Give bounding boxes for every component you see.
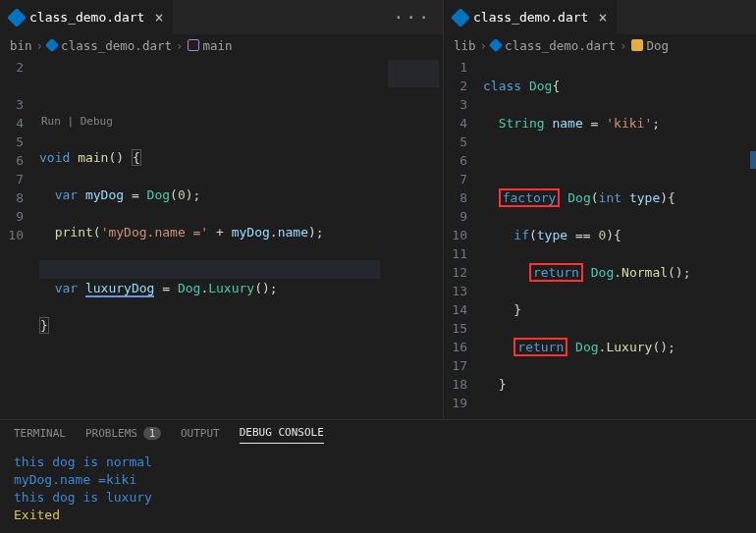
current-line-marker: [750, 151, 756, 169]
tab-output[interactable]: OUTPUT: [181, 427, 220, 444]
code-area-right[interactable]: 1 2 3 4 5 6 7 8 9 10 11 12 13 14 15 16 1…: [444, 56, 756, 419]
breadcrumb-file[interactable]: class_demo.dart: [61, 38, 172, 53]
minimap-left[interactable]: [384, 56, 443, 419]
breadcrumb-symbol[interactable]: main: [203, 38, 233, 53]
chevron-right-icon: ›: [620, 38, 627, 53]
tab-filename: class_demo.dart: [29, 10, 144, 25]
gutter-left: 2 3 4 5 6 7 8 9 10: [0, 56, 39, 419]
method-icon: [188, 39, 199, 51]
class-icon: [631, 39, 643, 51]
console-line: this dog is normal: [14, 453, 742, 471]
tab-filename: class_demo.dart: [473, 10, 588, 25]
breadcrumb-folder[interactable]: bin: [10, 38, 32, 53]
panel-tabs: TERMINAL PROBLEMS 1 OUTPUT DEBUG CONSOLE: [0, 420, 756, 450]
chevron-right-icon: ›: [480, 38, 488, 53]
dart-icon: [489, 38, 503, 52]
code-right[interactable]: class Dog{ String name = 'kiki'; factory…: [483, 56, 756, 419]
console-line: Exited: [14, 506, 742, 524]
tab-terminal[interactable]: TERMINAL: [14, 427, 66, 444]
tab-right[interactable]: class_demo.dart ×: [444, 0, 617, 34]
problems-badge: 1: [143, 427, 161, 440]
breadcrumb-folder[interactable]: lib: [454, 38, 476, 53]
console-line: myDog.name =kiki: [14, 471, 742, 489]
tab-problems[interactable]: PROBLEMS 1: [85, 427, 161, 444]
dart-icon: [7, 8, 27, 27]
close-icon[interactable]: ×: [598, 9, 607, 27]
highlight-return: return: [529, 263, 583, 282]
tab-bar-right: class_demo.dart ×: [444, 0, 756, 34]
editor-pane-right: class_demo.dart × lib › class_demo.dart …: [444, 0, 756, 419]
tab-debug-console[interactable]: DEBUG CONSOLE: [240, 426, 324, 444]
breadcrumbs-left[interactable]: bin › class_demo.dart › main: [0, 34, 443, 56]
tab-actions-icon[interactable]: ···: [381, 7, 443, 27]
gutter-right: 1 2 3 4 5 6 7 8 9 10 11 12 13 14 15 16 1…: [444, 56, 483, 419]
breadcrumb-file[interactable]: class_demo.dart: [505, 38, 616, 53]
codelens[interactable]: Run | Debug: [39, 114, 384, 130]
chevron-right-icon: ›: [36, 38, 44, 53]
chevron-right-icon: ›: [176, 38, 184, 53]
console-line: this dog is luxury: [14, 489, 742, 506]
code-left[interactable]: Run | Debug void main() { var myDog = Do…: [39, 56, 384, 419]
debug-console-output[interactable]: this dog is normal myDog.name =kiki this…: [0, 450, 756, 533]
breadcrumb-symbol[interactable]: Dog: [647, 38, 670, 53]
highlight-factory: factory: [499, 188, 561, 207]
tab-bar-left: class_demo.dart × ···: [0, 0, 443, 34]
code-area-left[interactable]: 2 3 4 5 6 7 8 9 10 Run | Debug void main…: [0, 56, 443, 419]
close-icon[interactable]: ×: [154, 9, 163, 27]
bottom-panel: TERMINAL PROBLEMS 1 OUTPUT DEBUG CONSOLE…: [0, 419, 756, 533]
breadcrumbs-right[interactable]: lib › class_demo.dart › Dog: [444, 34, 756, 56]
dart-icon: [45, 38, 59, 52]
dart-icon: [451, 8, 470, 27]
editor-pane-left: class_demo.dart × ··· bin › class_demo.d…: [0, 0, 444, 419]
tab-left[interactable]: class_demo.dart ×: [0, 0, 173, 34]
highlight-return: return: [513, 338, 567, 356]
